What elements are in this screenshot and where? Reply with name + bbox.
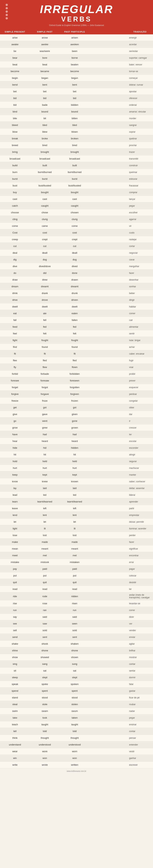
table-row: winwonwonganhar (0, 755, 153, 762)
past-participle-cell: let (60, 519, 89, 525)
simple-past-cell: bet (30, 88, 60, 95)
footer: www.iedliveaula.com.br (0, 768, 153, 774)
table-row: readreadreadler (0, 586, 153, 592)
simple-past-cell: sold (30, 627, 60, 633)
traducao-cell: ganhar (127, 755, 153, 761)
simple-past-cell: made (30, 539, 60, 545)
table-row: understandunderstoodunderstoodentender (0, 741, 153, 748)
table-row: givegavegivendar (0, 411, 153, 417)
traducao-cell: construir (127, 162, 153, 169)
simple-present-cell: bid (0, 102, 30, 108)
simple-present-cell: be (0, 48, 30, 54)
table-row: catchcaughtcaughtpegar (0, 203, 153, 209)
past-participle-cell: broken (60, 135, 89, 142)
past-participle-cell: shone (60, 647, 89, 654)
simple-past-cell: told (30, 728, 60, 735)
past-participle-cell: known (60, 478, 89, 485)
empty-cell (89, 539, 127, 545)
empty-cell (89, 444, 127, 451)
past-participle-cell: fought (60, 337, 89, 343)
simple-present-cell: mean (0, 546, 30, 552)
empty-cell (89, 735, 127, 741)
simple-past-cell: bit (30, 115, 60, 122)
empty-cell (89, 317, 127, 323)
past-participle-cell: read (60, 586, 89, 592)
empty-cell (89, 641, 127, 647)
simple-past-cell: lit (30, 525, 60, 532)
past-participle-cell: been (60, 48, 89, 54)
table-row: drawdrewdrawndesenhar (0, 276, 153, 283)
table-row: dealdealtdealtnegociar (0, 250, 153, 256)
table-row: singsangsungcantar (0, 661, 153, 668)
past-participle-cell: dwelt (60, 303, 89, 310)
simple-past-cell: quit (30, 579, 60, 586)
simple-present-cell: wear (0, 748, 30, 755)
empty-cell (89, 149, 127, 155)
traducao-cell: dormir (127, 674, 153, 681)
past-participle-cell: forgotten (60, 384, 89, 391)
traducao-cell: sonhar (127, 283, 153, 290)
past-participle-cell: bitten (60, 115, 89, 122)
simple-past-cell: wore (30, 748, 60, 755)
past-participle-cell: cut (60, 243, 89, 249)
simple-past-cell: led (30, 492, 60, 498)
traducao-cell: brilhar (127, 647, 153, 654)
past-participle-cell: stolen (60, 701, 89, 708)
table-row: burnburnt/burnedburnt/burnedqueimar (0, 169, 153, 176)
column-headers: SIMPLE PRESENT SIMPLE PAST PAST PARTICIP… (0, 29, 153, 34)
table-row: broadcastbroadcastbroadcasttransmitir (0, 155, 153, 162)
traducao-cell: transmitir (127, 155, 153, 162)
simple-present-cell: read (0, 586, 30, 592)
simple-present-cell: ride (0, 592, 30, 600)
table-row: digdugdugcavar (0, 256, 153, 263)
traducao-cell: cair (127, 317, 153, 323)
past-participle-cell: made (60, 539, 89, 545)
empty-cell (89, 88, 127, 95)
past-participle-cell: bought (60, 189, 89, 195)
empty-cell (89, 162, 127, 169)
traducao-cell: beber (127, 290, 153, 297)
past-participle-cell: clung (60, 216, 89, 222)
table-row: beatbeatbeatenbater; vencer (0, 61, 153, 68)
simple-present-cell: Cost (0, 229, 30, 236)
table-row: bidbadebiddenordenar (0, 102, 153, 108)
past-participle-cell: spent (60, 688, 89, 694)
simple-present-cell: catch (0, 203, 30, 209)
table-row: teachtaughttaughtensinar (0, 721, 153, 728)
traducao-cell: voar (127, 364, 153, 370)
simple-past-cell: dwelt (30, 303, 60, 310)
empty-cell (89, 276, 127, 283)
past-participle-cell: bust/busted (60, 182, 89, 189)
past-participle-cell: brought (60, 149, 89, 155)
traducao-cell: ter (127, 431, 153, 438)
table-row: meetmetmetencontrar (0, 552, 153, 559)
empty-cell (89, 701, 127, 708)
past-participle-cell: sung (60, 661, 89, 667)
empty-cell (89, 203, 127, 209)
simple-present-cell: light (0, 525, 30, 532)
simple-past-cell: left (30, 505, 60, 512)
traducao-cell: bater; vencer (127, 61, 153, 68)
traducao-cell: custo (127, 229, 153, 236)
empty-cell (89, 189, 127, 195)
dot-5 (6, 17, 8, 20)
traducao-cell: proibir (127, 371, 153, 377)
simple-past-cell: bid (30, 95, 60, 101)
table-row: fleefledfledfugir (0, 357, 153, 364)
empty-cell (89, 572, 127, 579)
traducao-cell: dobrar; curvar (127, 82, 153, 88)
simple-present-cell: say (0, 614, 30, 620)
simple-present-cell: come (0, 223, 30, 229)
empty-cell (89, 424, 127, 431)
traducao-cell: enviar (127, 634, 153, 640)
traducao-cell: vender (127, 627, 153, 633)
table-row: loselostlostperder (0, 532, 153, 539)
simple-past-cell: kept (30, 471, 60, 478)
past-participle-cell: drunk (60, 290, 89, 297)
table-row: bearborebornesuportar; carregar (0, 55, 153, 61)
past-participle-cell: cost (60, 229, 89, 236)
header-subtitle: Oxford Guide to English Grammar (1994) —… (2, 24, 151, 26)
traducao-cell: errar (127, 559, 153, 565)
simple-present-cell: meet (0, 552, 30, 559)
past-participle-cell: written (60, 762, 89, 768)
